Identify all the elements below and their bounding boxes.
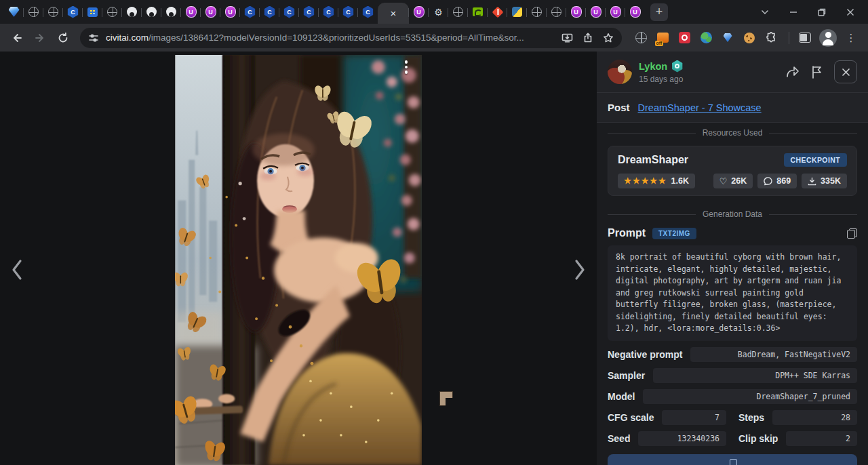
pinned-tab[interactable]: U (625, 3, 645, 22)
extension-blocker-off-icon[interactable]: off (656, 31, 669, 45)
u-site-icon: U (630, 6, 641, 18)
panel-scroll-area[interactable]: Resources Used DreamShaper CHECKPOINT ★★… (597, 122, 868, 465)
flag-icon[interactable] (811, 65, 823, 79)
pinned-tab[interactable]: U (201, 3, 220, 22)
pinned-tab[interactable] (83, 3, 102, 22)
seed-value[interactable]: 132340236 (638, 431, 726, 446)
model-value[interactable]: DreamShaper_7_pruned (643, 389, 857, 404)
restore-icon[interactable] (818, 8, 826, 16)
user-avatar[interactable] (608, 60, 632, 84)
extension-red-o-icon[interactable] (677, 31, 691, 45)
sampler-value[interactable]: DPM++ SDE Karras (653, 368, 857, 383)
pinned-tab[interactable]: C (240, 3, 260, 22)
pinned-tab[interactable] (507, 3, 527, 22)
username[interactable]: Lykon (639, 61, 667, 72)
generated-image[interactable] (175, 55, 422, 465)
page-content: Lykon 15 days ago Post DreamShaper - 7 S… (0, 52, 868, 465)
pinned-tab[interactable]: U (566, 3, 586, 22)
extension-gem-icon[interactable] (721, 31, 734, 45)
new-tab-button[interactable]: + (650, 3, 668, 21)
pinned-tab[interactable] (142, 3, 161, 22)
nvidia-icon (473, 7, 483, 16)
share-icon[interactable] (785, 65, 800, 79)
extension-globe-icon[interactable] (634, 31, 648, 45)
resource-name[interactable]: DreamShaper (618, 154, 688, 166)
comments-pill[interactable]: 869 (757, 174, 797, 188)
previous-image-button[interactable] (5, 255, 28, 285)
steps-value[interactable]: 28 (772, 410, 857, 425)
pinned-tab[interactable] (488, 3, 507, 22)
extension-earth-icon[interactable] (699, 31, 713, 45)
pinned-tab[interactable]: U (220, 3, 240, 22)
pinned-tab[interactable]: U (409, 3, 429, 22)
u-site-icon: U (186, 6, 197, 18)
reload-button[interactable] (53, 28, 73, 48)
tab-close-icon[interactable]: × (391, 8, 397, 18)
resource-card[interactable]: DreamShaper CHECKPOINT ★★★★★ 1.6K ♡ 26K (608, 146, 857, 196)
url-text[interactable]: civitai.com/images/1386412?modelVersionI… (106, 33, 555, 43)
post-link[interactable]: DreamShaper - 7 Showcase (638, 102, 762, 113)
pinned-tab[interactable]: C (338, 3, 358, 22)
minimize-icon[interactable] (789, 8, 797, 16)
resource-type-badge: CHECKPOINT (784, 153, 847, 167)
site-settings-icon[interactable] (88, 33, 99, 43)
pinned-tab[interactable]: C (299, 3, 319, 22)
pinned-tab[interactable] (547, 3, 566, 22)
pinned-tab[interactable]: C (260, 3, 279, 22)
pinned-tab[interactable] (102, 3, 122, 22)
pinned-tab[interactable] (24, 3, 43, 22)
close-window-icon[interactable] (846, 8, 854, 16)
bookmark-star-icon[interactable] (603, 33, 614, 43)
share-page-icon[interactable] (583, 33, 593, 43)
sampler-label: Sampler (608, 370, 645, 381)
address-bar[interactable]: civitai.com/images/1386412?modelVersionI… (80, 28, 622, 48)
cfg-scale-value[interactable]: 7 (662, 410, 726, 425)
forward-button[interactable] (30, 28, 50, 48)
pinned-tab[interactable]: C (319, 3, 338, 22)
chevron-right-icon (572, 258, 588, 281)
copy-icon[interactable] (847, 228, 857, 239)
close-panel-button[interactable] (834, 60, 857, 83)
profile-button[interactable] (818, 28, 838, 48)
u-site-icon: U (591, 6, 601, 18)
side-panel-icon (799, 33, 811, 43)
pinned-tab[interactable] (43, 3, 63, 22)
active-tab[interactable]: × (378, 3, 409, 24)
downloads-pill[interactable]: 335K (802, 174, 847, 188)
pinned-tab[interactable] (4, 3, 24, 22)
pinned-tab[interactable] (527, 3, 547, 22)
clip-skip-value[interactable]: 2 (786, 431, 857, 446)
generation-section-title: Generation Data (608, 209, 857, 219)
comments-count: 869 (776, 176, 791, 186)
extension-cookie-icon[interactable] (743, 31, 756, 45)
prompt-text[interactable]: 8k portrait of beautiful cyborg with bro… (608, 245, 857, 341)
tab-strip: C U U U C C C C C C C × U ⚙ U U U U + (0, 0, 868, 24)
extensions-puzzle-icon[interactable] (764, 31, 778, 45)
side-panel-button[interactable] (795, 28, 815, 48)
likes-pill[interactable]: ♡ 26K (713, 174, 753, 188)
copy-generation-data-button[interactable] (608, 454, 857, 465)
next-image-button[interactable] (568, 255, 591, 285)
pinned-tab[interactable] (122, 3, 142, 22)
pinned-tab[interactable]: C (279, 3, 299, 22)
browser-menu-button[interactable]: ⋮ (841, 28, 861, 48)
pinned-tab[interactable] (468, 3, 488, 22)
pinned-tab[interactable]: C (358, 3, 378, 22)
back-button[interactable] (7, 28, 27, 48)
pinned-tab[interactable]: U (586, 3, 606, 22)
negative-prompt-value[interactable]: BadDream, FastNegativeV2 (690, 347, 857, 362)
pinned-tab[interactable] (161, 3, 181, 22)
pinned-tab[interactable] (448, 3, 468, 22)
pinned-tab[interactable]: ⚙ (429, 3, 448, 22)
prompt-label: Prompt (608, 227, 646, 239)
chevron-down-icon[interactable] (761, 9, 769, 15)
window-controls (761, 8, 868, 16)
install-app-icon[interactable] (561, 33, 573, 43)
pinned-tab[interactable]: C (63, 3, 83, 22)
pinned-tab[interactable]: U (606, 3, 625, 22)
rating-pill[interactable]: ★★★★★ 1.6K (618, 174, 695, 188)
image-options-button[interactable] (401, 60, 411, 78)
civitai-icon: C (67, 6, 79, 18)
pinned-tab[interactable]: U (181, 3, 201, 22)
txt2img-badge: TXT2IMG (652, 228, 696, 239)
